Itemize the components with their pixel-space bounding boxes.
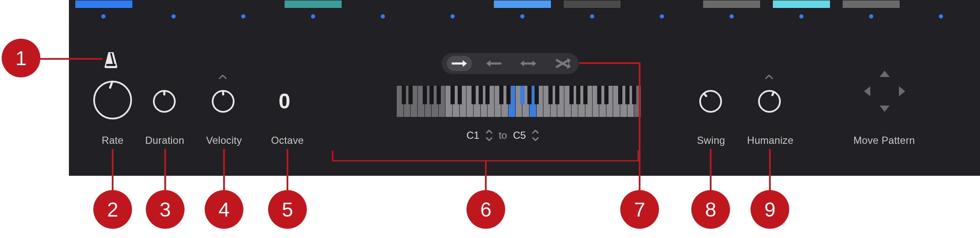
annotation-leader [223, 149, 225, 191]
step-slot[interactable] [842, 0, 900, 8]
piano-black-key[interactable] [555, 86, 559, 104]
rate-knob[interactable] [93, 81, 132, 119]
step-tick [520, 14, 524, 19]
piano-black-key[interactable] [437, 86, 441, 104]
octave-value[interactable]: 0 [270, 89, 299, 114]
rate-label: Rate [92, 135, 134, 146]
piano-black-key[interactable] [423, 86, 427, 104]
annotation-marker: 7 [620, 190, 659, 229]
piano-black-key[interactable] [485, 86, 490, 104]
piano-black-key[interactable] [604, 86, 609, 104]
range-to-value[interactable]: C5 [513, 130, 526, 141]
range-from-stepper[interactable] [485, 130, 493, 141]
step-tick [171, 14, 176, 19]
step-tick [799, 14, 803, 19]
annotation-marker: 1 [2, 39, 40, 77]
annotation-marker: 2 [93, 190, 132, 229]
range-to-word: to [499, 130, 507, 141]
direction-selector [442, 53, 579, 74]
step-slot[interactable] [75, 0, 133, 8]
piano-black-key[interactable] [625, 86, 630, 104]
piano-black-key[interactable] [402, 86, 406, 104]
velocity-knob[interactable] [212, 90, 234, 113]
step-tick [590, 14, 594, 19]
annotation-leader [710, 149, 711, 191]
annotation-leader [769, 149, 771, 191]
duration-label: Duration [140, 135, 190, 146]
step-slot[interactable] [703, 0, 761, 8]
step-tick [311, 14, 315, 19]
step-slot[interactable] [772, 0, 830, 8]
humanize-knob[interactable] [758, 90, 781, 113]
direction-forward-button[interactable] [447, 56, 472, 71]
direction-random-button[interactable] [550, 56, 575, 71]
direction-pingpong-button[interactable] [516, 56, 541, 71]
piano-black-key[interactable] [520, 86, 524, 104]
annotation-leader [112, 149, 113, 191]
annotation-leader [485, 161, 487, 191]
range-to-stepper[interactable] [532, 130, 539, 141]
step-slot[interactable] [563, 0, 621, 8]
piano-black-key[interactable] [429, 86, 434, 104]
piano-black-key[interactable] [576, 86, 580, 104]
keyboard-range-row: C1 to C5 [466, 127, 539, 144]
direction-backward-button[interactable] [481, 56, 506, 71]
step-slot[interactable] [493, 0, 551, 8]
piano-black-key[interactable] [632, 86, 636, 104]
range-from-value[interactable]: C1 [466, 130, 479, 141]
piano-black-key[interactable] [479, 86, 483, 104]
step-tick [450, 14, 455, 19]
metronome-icon[interactable] [103, 52, 119, 70]
annotation-marker: 9 [751, 190, 789, 229]
velocity-label: Velocity [201, 135, 247, 146]
annotation-leader [287, 149, 288, 191]
piano-black-key[interactable] [569, 86, 574, 104]
chevron-up-icon[interactable] [765, 75, 773, 79]
step-tick [660, 14, 664, 19]
piano-black-key[interactable] [548, 86, 553, 104]
piano-black-key[interactable] [499, 86, 503, 104]
move-pattern-label: Move Pattern [844, 135, 924, 146]
piano-black-key[interactable] [408, 86, 413, 104]
move-pattern-control[interactable] [861, 68, 908, 114]
swing-knob[interactable] [699, 90, 722, 113]
step-slot[interactable] [284, 0, 342, 8]
step-tick [241, 14, 245, 19]
annotation-marker: 4 [205, 190, 243, 229]
swing-label: Swing [690, 135, 732, 146]
piano-black-key[interactable] [618, 86, 622, 104]
annotation-marker: 6 [466, 190, 505, 229]
piano-black-key[interactable] [597, 86, 601, 104]
step-tick [869, 14, 873, 19]
humanize-label: Humanize [743, 135, 798, 146]
svg-rect-0 [106, 64, 116, 66]
annotation-leader [639, 62, 640, 191]
annotation-leader [164, 149, 166, 191]
annotation-leader [579, 62, 640, 64]
step-sequencer-strip [69, 0, 980, 23]
annotation-marker: 3 [146, 190, 184, 229]
step-tick [101, 14, 105, 19]
duration-knob[interactable] [153, 90, 176, 113]
piano-black-key[interactable] [506, 86, 511, 104]
piano-black-key[interactable] [450, 86, 455, 104]
octave-label: Octave [266, 135, 308, 146]
step-tick [939, 14, 943, 19]
piano-black-key[interactable] [527, 86, 532, 104]
piano-black-key[interactable] [472, 86, 476, 104]
step-tick [381, 14, 385, 19]
annotation-marker: 8 [691, 190, 730, 229]
piano-black-key[interactable] [535, 86, 539, 104]
piano-black-key[interactable] [583, 86, 587, 104]
piano-black-key[interactable] [458, 86, 462, 104]
chevron-up-icon[interactable] [219, 75, 227, 79]
annotation-marker: 5 [268, 190, 307, 229]
step-tick [730, 14, 734, 19]
annotation-leader [40, 58, 103, 60]
annotation-bracket [332, 151, 639, 161]
keyboard-range[interactable] [397, 86, 641, 117]
